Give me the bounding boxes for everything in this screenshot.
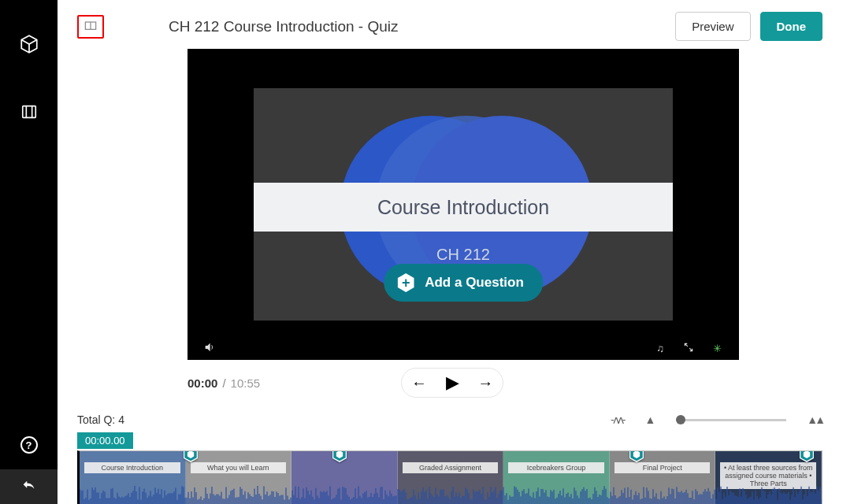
playback-time: 00:00/10:55: [188, 376, 260, 390]
done-button[interactable]: Done: [760, 12, 823, 41]
timecode-badge[interactable]: 00:00.00: [77, 432, 133, 449]
timeline-thumb[interactable]: What you will Learn: [186, 451, 292, 504]
zoom-out-icon[interactable]: ▲: [644, 413, 655, 426]
timeline-thumb[interactable]: Course Introduction: [80, 451, 186, 504]
timeline-thumb[interactable]: Graded Assignment: [398, 451, 504, 504]
waveform-icon[interactable]: -ʌʌ-: [611, 413, 624, 426]
filmstrip[interactable]: Course IntroductionWhat you will LearnGr…: [77, 450, 822, 504]
question-marker[interactable]: [183, 450, 199, 462]
prev-icon[interactable]: ←: [411, 374, 427, 392]
preview-button[interactable]: Preview: [675, 12, 750, 41]
sidebar: ?: [0, 0, 58, 504]
cube-icon[interactable]: [18, 33, 40, 55]
question-marker[interactable]: [332, 450, 347, 462]
sparkle-icon[interactable]: ✳: [709, 343, 725, 354]
total-q-label: Total Q: 4: [77, 413, 124, 426]
thumb-caption: Course Introduction: [84, 462, 180, 473]
zoom-slider[interactable]: [676, 419, 786, 421]
add-question-label: Add a Question: [425, 275, 524, 291]
next-icon[interactable]: →: [477, 374, 493, 392]
filmstrip-icon[interactable]: [18, 101, 40, 123]
thumb-caption: • At least three sources from assigned c…: [720, 462, 816, 489]
page-icon[interactable]: [77, 15, 104, 39]
question-marker[interactable]: [629, 450, 644, 462]
page-title: CH 212 Course Introduction - Quiz: [169, 18, 658, 35]
timeline-thumb[interactable]: Icebreakers Group: [503, 451, 610, 504]
help-icon[interactable]: ?: [20, 436, 38, 454]
plus-icon: +: [396, 273, 415, 292]
fullscreen-icon[interactable]: [681, 342, 696, 355]
add-question-button[interactable]: + Add a Question: [384, 264, 543, 302]
thumb-caption: Final Project: [615, 462, 711, 473]
zoom-in-icon[interactable]: ▲▲: [807, 413, 822, 426]
music-icon[interactable]: ♫: [652, 343, 668, 354]
timeline-thumb[interactable]: Final Project: [610, 451, 716, 504]
undo-button[interactable]: [0, 469, 58, 504]
video-player[interactable]: Course Introduction CH 212 + Add a Quest…: [188, 49, 739, 360]
question-marker[interactable]: [799, 450, 815, 462]
slide-heading: Course Introduction: [254, 183, 673, 232]
svg-rect-0: [22, 106, 35, 118]
step-controls: ← ▶ →: [401, 368, 503, 398]
play-icon[interactable]: ▶: [446, 372, 459, 393]
thumb-caption: Icebreakers Group: [508, 462, 604, 473]
volume-icon[interactable]: [202, 341, 217, 356]
thumb-caption: What you will Learn: [191, 462, 287, 473]
slide-subheading: CH 212: [254, 246, 673, 264]
player-controls: ♫ ✳: [188, 336, 739, 360]
thumb-caption: Graded Assignment: [403, 462, 499, 473]
